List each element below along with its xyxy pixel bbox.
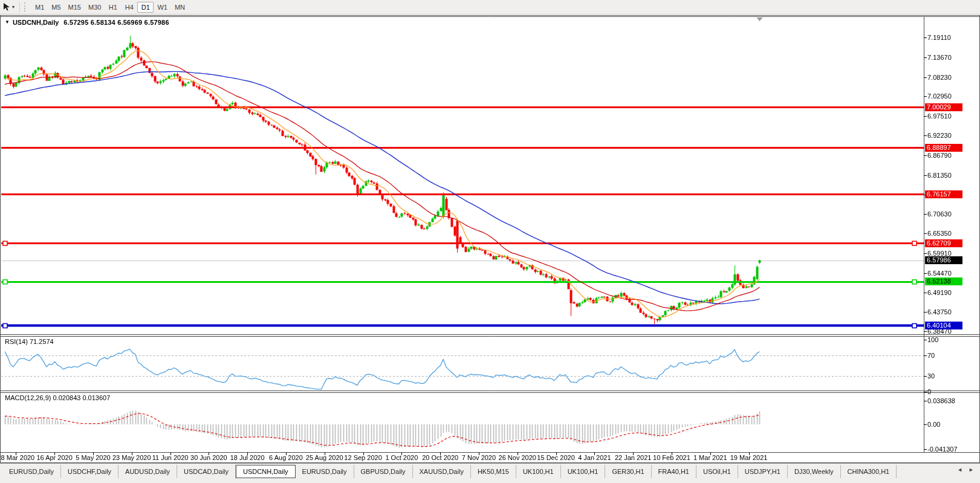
- date-axis-label: 30 Jun 2020: [190, 454, 227, 461]
- mt4-terminal: ▾ M1M5M15M30H1H4D1W1MN ▼USDCNH,Daily6.57…: [0, 0, 980, 483]
- date-axis-label: 26 Nov 2020: [499, 454, 536, 461]
- timeframe-button-m1[interactable]: M1: [31, 2, 48, 13]
- date-axis-label: 20 Oct 2020: [422, 454, 458, 461]
- timeframe-buttons: M1M5M15M30H1H4D1W1MN: [31, 0, 189, 15]
- rsi-axis-tick: 100: [927, 336, 938, 343]
- chart-title: ▼USDCNH,Daily6.57295 6.58134 6.56969 6.5…: [5, 19, 169, 26]
- price-axis-tick: 7.13670: [927, 54, 952, 61]
- price-axis-tick: 6.81350: [927, 172, 952, 179]
- rsi-axis-tick: 0: [927, 388, 931, 395]
- timeframe-button-w1[interactable]: W1: [154, 2, 171, 13]
- timeframe-button-h1[interactable]: H1: [105, 2, 121, 13]
- date-axis-label: 4 Jan 2021: [578, 454, 611, 461]
- rsi-name: RSI(14): [5, 338, 28, 345]
- macd-name: MACD(12,26,9): [5, 394, 51, 401]
- price-axis-tick: 6.92230: [927, 132, 952, 139]
- line-price-label: 6.52138: [925, 277, 962, 285]
- chart-canvas[interactable]: [0, 0, 980, 483]
- line-price-label: 7.00029: [925, 103, 962, 111]
- line-price-label: 6.40104: [925, 322, 962, 329]
- rsi-label: RSI(14) 71.2574: [5, 338, 54, 345]
- current-price-label: 6.57986: [925, 256, 962, 264]
- date-axis-label: 16 Apr 2020: [36, 454, 72, 461]
- chart-tab-fra40-12[interactable]: FRA40,H1: [652, 465, 696, 478]
- date-axis-label: 1 Mar 2021: [693, 454, 727, 461]
- date-axis-label: 7 Nov 2020: [462, 454, 496, 461]
- chart-ohlc-values: 6.57295 6.58134 6.56969 6.57986: [63, 19, 169, 26]
- date-axis-label: 11 Jun 2020: [152, 454, 189, 461]
- dropdown-caret-icon: ▾: [12, 5, 15, 10]
- line-price-label: 6.76157: [925, 190, 962, 198]
- timeframe-button-m30[interactable]: M30: [85, 2, 105, 13]
- chart-tab-uk100-10[interactable]: UK100,H1: [561, 465, 606, 478]
- date-axis-label: 18 Jul 2020: [230, 454, 265, 461]
- date-axis-label: 1 Oct 2020: [385, 454, 418, 461]
- tab-scroll-buttons: ◄ ►: [951, 464, 980, 473]
- date-axis-label: 25 Aug 2020: [306, 454, 343, 461]
- chart-tab-usoil-13[interactable]: USOil,H1: [696, 465, 738, 478]
- price-axis-tick: 6.49190: [927, 289, 952, 296]
- date-axis-label: 15 Dec 2020: [537, 454, 574, 461]
- toolbar-separator: [19, 2, 20, 13]
- chart-symbol-period: USDCNH,Daily: [13, 19, 59, 26]
- price-axis-tick: 6.54470: [927, 270, 952, 277]
- chart-tab-eurusd-5[interactable]: EURUSD,Daily: [296, 465, 354, 478]
- date-axis-label: 5 May 2020: [76, 454, 110, 461]
- chart-tab-dj30-15[interactable]: DJ30,Weekly: [788, 465, 841, 478]
- timeframe-button-mn[interactable]: MN: [171, 2, 189, 13]
- tab-scroll-right-icon[interactable]: ►: [969, 467, 974, 473]
- line-price-label: 6.88897: [925, 144, 962, 152]
- price-axis-tick: 6.86790: [927, 152, 952, 159]
- chart-tab-eurusd-0[interactable]: EURUSD,Daily: [2, 465, 61, 478]
- chart-tab-usdchf-1[interactable]: USDCHF,Daily: [61, 465, 118, 478]
- price-axis-tick: 7.08230: [927, 74, 952, 81]
- chart-tab-usdcad-3[interactable]: USDCAD,Daily: [177, 465, 236, 478]
- price-axis-tick: 6.97510: [927, 112, 952, 120]
- chart-tab-usdcnh-4[interactable]: USDCNH,Daily: [236, 465, 296, 478]
- date-axis-label: 6 Aug 2020: [269, 454, 303, 461]
- chart-tab-ger30-11[interactable]: GER30,H1: [605, 465, 651, 478]
- price-axis-tick: 6.65350: [927, 230, 952, 237]
- price-axis-tick: 6.43750: [927, 308, 952, 316]
- macd-label: MACD(12,26,9) 0.020843 0.013607: [5, 394, 110, 401]
- date-axis-label: 23 May 2020: [112, 454, 151, 461]
- timeframe-button-h4[interactable]: H4: [121, 2, 137, 13]
- price-axis-tick: 7.19110: [927, 34, 951, 41]
- chart-tab-gbpusd-6[interactable]: GBPUSD,Daily: [354, 465, 413, 478]
- date-axis-label: 19 Mar 2021: [730, 454, 768, 461]
- chart-tab-audusd-2[interactable]: AUDUSD,Daily: [118, 465, 177, 478]
- chart-tab-usdjpy-14[interactable]: USDJPY,H1: [738, 465, 788, 478]
- timeframe-button-m5[interactable]: M5: [48, 2, 64, 13]
- top-toolbar: ▾ M1M5M15M30H1H4D1W1MN: [0, 0, 980, 15]
- chart-tab-xauusd-7[interactable]: XAUUSD,Daily: [413, 465, 471, 478]
- macd-axis-tick: 0.00: [927, 421, 940, 428]
- rsi-axis-tick: 30: [927, 372, 935, 380]
- macd-axis-tick: -0.041307: [927, 446, 958, 453]
- cursor-tool-button[interactable]: ▾: [0, 1, 18, 14]
- window-menu-icon[interactable]: ▼: [5, 19, 10, 25]
- date-axis-label: 22 Jan 2021: [615, 454, 652, 461]
- rsi-value: 71.2574: [30, 338, 54, 345]
- macd-values: 0.020843 0.013607: [53, 394, 110, 401]
- line-price-label: 6.62709: [925, 239, 962, 247]
- price-axis-tick: 6.70630: [927, 210, 952, 218]
- date-axis-label: 28 Mar 2020: [0, 454, 34, 461]
- chart-tab-china300-16[interactable]: CHINA300,H1: [841, 465, 897, 478]
- chart-tab-uk100-9[interactable]: UK100,H1: [516, 465, 561, 478]
- chart-tabs-bar: EURUSD,DailyUSDCHF,DailyAUDUSD,DailyUSDC…: [0, 463, 980, 483]
- tab-scroll-left-icon[interactable]: ◄: [957, 467, 962, 473]
- date-axis-label: 12 Sep 2020: [344, 454, 381, 461]
- cursor-icon: [2, 2, 10, 11]
- date-axis-label: 10 Feb 2021: [653, 454, 690, 461]
- macd-axis-tick: 0.038638: [927, 397, 955, 404]
- rsi-axis-tick: 70: [927, 352, 935, 359]
- timeframe-button-d1[interactable]: D1: [137, 2, 154, 13]
- price-axis-tick: 7.02950: [927, 92, 952, 100]
- chart-tab-hk50-8[interactable]: HK50,M15: [471, 465, 516, 478]
- timeframe-button-m15[interactable]: M15: [65, 2, 85, 13]
- toolbar-grip[interactable]: [24, 2, 27, 11]
- chart-tabs: EURUSD,DailyUSDCHF,DailyAUDUSD,DailyUSDC…: [0, 464, 951, 478]
